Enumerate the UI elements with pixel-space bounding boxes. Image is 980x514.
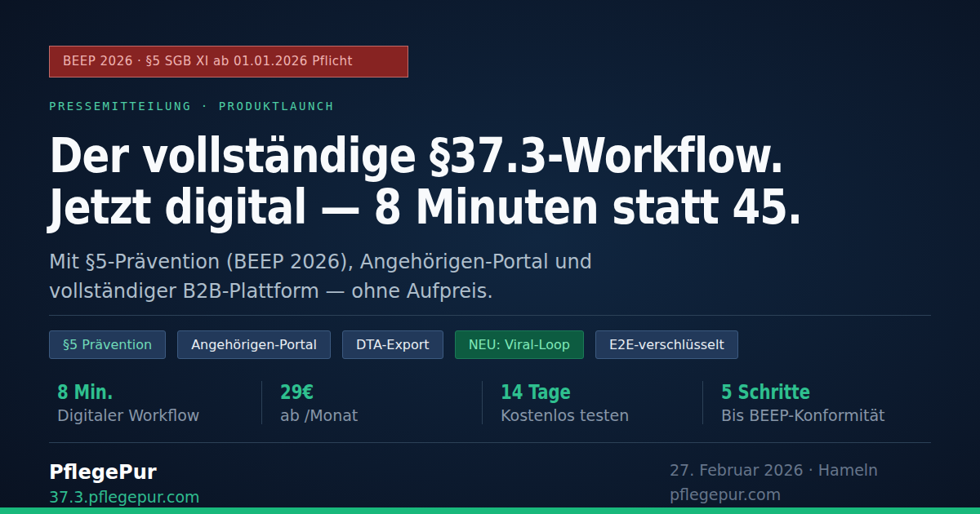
stat-trial-label: Kostenlos testen <box>501 406 702 424</box>
stat-price-value: 29€ <box>280 381 314 404</box>
headline-line-1: Der vollständige §37.3-Workflow. <box>49 131 808 182</box>
subtitle-line-1: Mit §5-Prävention (BEEP 2026), Angehörig… <box>49 250 592 273</box>
footer-site-link[interactable]: pflegepur.com <box>670 485 781 503</box>
stat-price-label: ab /Monat <box>280 406 482 424</box>
subtitle-divider <box>49 315 931 316</box>
footer-date-location: 27. Februar 2026 · Hameln <box>670 461 931 479</box>
subtitle-line-2: vollständiger B2B-Plattform — ohne Aufpr… <box>49 280 493 303</box>
stats-row: 8 Min. Digitaler Workflow 29€ ab /Monat … <box>49 381 931 424</box>
compliance-badge-label: BEEP 2026 · §5 SGB XI ab 01.01.2026 Pfli… <box>63 54 353 69</box>
footer-brand-block: PflegePur 37.3.pflegepur.com <box>49 461 200 506</box>
card-content: BEEP 2026 · §5 SGB XI ab 01.01.2026 Pfli… <box>0 0 980 506</box>
headline-line-2: Jetzt digital — 8 Minuten statt 45. <box>49 182 808 233</box>
stat-workflow-label: Digitaler Workflow <box>57 406 261 424</box>
stat-steps-value: 5 Schritte <box>721 381 810 404</box>
chip-angehoerigen-portal: Angehörigen-Portal <box>177 330 331 359</box>
chip-neu-viral-loop: NEU: Viral-Loop <box>455 330 584 359</box>
subtitle: Mit §5-Prävention (BEEP 2026), Angehörig… <box>49 247 931 306</box>
feature-chips: §5 Prävention Angehörigen-Portal DTA-Exp… <box>49 330 931 359</box>
stat-steps-label: Bis BEEP-Konformität <box>721 406 923 424</box>
stat-trial-value: 14 Tage <box>501 381 571 404</box>
footer-meta-block: 27. Februar 2026 · Hameln pflegepur.com <box>670 461 931 506</box>
headline: Der vollständige §37.3-Workflow. Jetzt d… <box>49 131 808 233</box>
footer-divider <box>49 442 931 443</box>
chip-praevention: §5 Prävention <box>49 330 166 359</box>
stat-workflow: 8 Min. Digitaler Workflow <box>49 381 261 424</box>
stat-workflow-value: 8 Min. <box>57 381 113 404</box>
brand-url-link[interactable]: 37.3.pflegepur.com <box>49 488 200 506</box>
stat-steps: 5 Schritte Bis BEEP-Konformität <box>702 381 923 424</box>
press-release-card: { "badge": { "label": "BEEP 2026 · §5 SG… <box>0 0 980 514</box>
brand-name: PflegePur <box>49 461 200 484</box>
chip-e2e-verschluesselt: E2E-verschlüsselt <box>595 330 738 359</box>
accent-bottom-bar <box>0 507 980 514</box>
footer: PflegePur 37.3.pflegepur.com 27. Februar… <box>49 461 931 506</box>
stat-trial: 14 Tage Kostenlos testen <box>482 381 702 424</box>
kicker-label: PRESSEMITTEILUNG · PRODUKTLAUNCH <box>49 100 931 113</box>
chip-dta-export: DTA-Export <box>342 330 443 359</box>
compliance-badge: BEEP 2026 · §5 SGB XI ab 01.01.2026 Pfli… <box>49 46 408 78</box>
stat-price: 29€ ab /Monat <box>261 381 482 424</box>
